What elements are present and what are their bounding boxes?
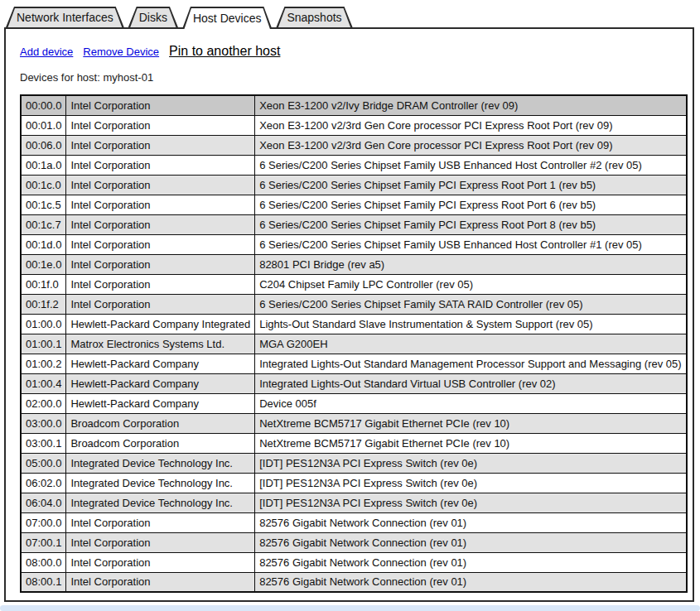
cell-vendor: Integrated Device Technology Inc. (66, 453, 255, 473)
cell-description: 6 Series/C200 Series Chipset Family PCI … (255, 175, 687, 195)
cell-vendor: Intel Corporation (66, 95, 255, 115)
tab-label: Host Devices (193, 12, 261, 25)
cell-address: 07:00.1 (21, 532, 66, 552)
cell-vendor: Hewlett-Packard Company Integrated (66, 314, 255, 334)
cell-vendor: Matrox Electronics Systems Ltd. (66, 334, 255, 354)
cell-description: Integrated Lights-Out Standard Managemen… (255, 354, 687, 373)
cell-address: 01:00.4 (21, 373, 66, 393)
table-row[interactable]: 06:04.0Integrated Device Technology Inc.… (21, 493, 687, 512)
cell-description: 82576 Gigabit Network Connection (rev 01… (255, 532, 687, 552)
cell-description: 82801 PCI Bridge (rev a5) (255, 254, 687, 274)
cell-address: 05:00.0 (21, 453, 66, 473)
cell-description: 6 Series/C200 Series Chipset Family USB … (255, 155, 687, 175)
cell-description: Xeon E3-1200 v2/3rd Gen Core processor P… (255, 135, 687, 155)
cell-address: 00:1d.0 (21, 234, 66, 254)
cell-address: 07:00.0 (21, 512, 66, 532)
table-row[interactable]: 07:00.0Intel Corporation82576 Gigabit Ne… (21, 512, 687, 532)
horizontal-scrollbar[interactable] (0, 605, 700, 611)
table-row[interactable]: 06:02.0Integrated Device Technology Inc.… (21, 473, 687, 493)
cell-address: 06:02.0 (21, 473, 66, 493)
cell-description: C204 Chipset Family LPC Controller (rev … (255, 274, 687, 294)
cell-description: NetXtreme BCM5717 Gigabit Ethernet PCIe … (255, 433, 687, 453)
table-row[interactable]: 03:00.1Broadcom CorporationNetXtreme BCM… (21, 433, 687, 453)
cell-address: 02:00.0 (21, 393, 66, 413)
table-row[interactable]: 00:1c.0Intel Corporation6 Series/C200 Se… (21, 175, 687, 195)
table-row[interactable]: 03:00.0Broadcom CorporationNetXtreme BCM… (21, 413, 687, 433)
table-row[interactable]: 00:06.0Intel CorporationXeon E3-1200 v2/… (21, 135, 687, 155)
cell-address: 00:1c.5 (21, 195, 66, 214)
tab-host-devices[interactable]: Host Devices (182, 7, 272, 29)
cell-address: 00:1e.0 (21, 254, 66, 274)
cell-vendor: Intel Corporation (66, 572, 255, 592)
tab-disks[interactable]: Disks (128, 7, 178, 27)
table-row[interactable]: 01:00.2Hewlett-Packard CompanyIntegrated… (21, 354, 687, 373)
cell-address: 00:1f.2 (21, 294, 66, 314)
cell-description: Xeon E3-1200 v2/3rd Gen Core processor P… (255, 115, 687, 135)
cell-address: 08:00.1 (21, 572, 66, 592)
cell-description: 6 Series/C200 Series Chipset Family PCI … (255, 214, 687, 234)
table-row[interactable]: 00:00.0Intel CorporationXeon E3-1200 v2/… (21, 95, 687, 115)
cell-vendor: Intel Corporation (66, 532, 255, 552)
cell-vendor: Intel Corporation (66, 552, 255, 572)
table-row[interactable]: 00:1d.0Intel Corporation6 Series/C200 Se… (21, 234, 687, 254)
cell-vendor: Integrated Device Technology Inc. (66, 473, 255, 493)
table-row[interactable]: 01:00.4Hewlett-Packard CompanyIntegrated… (21, 373, 687, 393)
table-row[interactable]: 00:01.0Intel CorporationXeon E3-1200 v2/… (21, 115, 687, 135)
tab-label: Network Interfaces (17, 11, 113, 24)
cell-address: 01:00.1 (21, 334, 66, 354)
cell-vendor: Intel Corporation (66, 294, 255, 314)
add-device-link[interactable]: Add device (20, 46, 73, 58)
cell-description: 6 Series/C200 Series Chipset Family PCI … (255, 195, 687, 214)
cell-address: 03:00.1 (21, 433, 66, 453)
table-row[interactable]: 02:00.0Hewlett-Packard CompanyDevice 005… (21, 393, 687, 413)
cell-address: 00:1c.0 (21, 175, 66, 195)
cell-description: 6 Series/C200 Series Chipset Family USB … (255, 234, 687, 254)
host-devices-panel: Add device Remove Device Pin to another … (4, 27, 694, 602)
tab-label: Disks (139, 11, 167, 24)
cell-description: MGA G200EH (255, 334, 687, 354)
cell-description: NetXtreme BCM5717 Gigabit Ethernet PCIe … (255, 413, 687, 433)
cell-vendor: Broadcom Corporation (66, 413, 255, 433)
cell-vendor: Intel Corporation (66, 135, 255, 155)
cell-vendor: Hewlett-Packard Company (66, 354, 255, 373)
table-row[interactable]: 00:1f.2Intel Corporation6 Series/C200 Se… (21, 294, 687, 314)
table-row[interactable]: 05:00.0Integrated Device Technology Inc.… (21, 453, 687, 473)
table-row[interactable]: 07:00.1Intel Corporation82576 Gigabit Ne… (21, 532, 687, 552)
table-row[interactable]: 08:00.0Intel Corporation82576 Gigabit Ne… (21, 552, 687, 572)
cell-description: Xeon E3-1200 v2/Ivy Bridge DRAM Controll… (255, 95, 687, 115)
cell-address: 01:00.2 (21, 354, 66, 373)
cell-description: 82576 Gigabit Network Connection (rev 01… (255, 512, 687, 532)
table-row[interactable]: 08:00.1Intel Corporation82576 Gigabit Ne… (21, 572, 687, 592)
cell-description: Device 005f (255, 393, 687, 413)
cell-vendor: Intel Corporation (66, 214, 255, 234)
cell-address: 01:00.0 (21, 314, 66, 334)
table-row[interactable]: 00:1f.0Intel CorporationC204 Chipset Fam… (21, 274, 687, 294)
cell-description: [IDT] PES12N3A PCI Express Switch (rev 0… (255, 473, 687, 493)
cell-description: 82576 Gigabit Network Connection (rev 01… (255, 572, 687, 592)
table-row[interactable]: 00:1a.0Intel Corporation6 Series/C200 Se… (21, 155, 687, 175)
table-row[interactable]: 01:00.1Matrox Electronics Systems Ltd.MG… (21, 334, 687, 354)
cell-description: [IDT] PES12N3A PCI Express Switch (rev 0… (255, 493, 687, 512)
cell-description: Lights-Out Standard Slave Instrumentatio… (255, 314, 687, 334)
cell-description: 6 Series/C200 Series Chipset Family SATA… (255, 294, 687, 314)
devices-for-host-label: Devices for host: myhost-01 (20, 71, 693, 84)
cell-vendor: Integrated Device Technology Inc. (66, 493, 255, 512)
remove-device-link[interactable]: Remove Device (83, 46, 159, 58)
table-row[interactable]: 00:1e.0Intel Corporation82801 PCI Bridge… (21, 254, 687, 274)
cell-description: 82576 Gigabit Network Connection (rev 01… (255, 552, 687, 572)
cell-vendor: Intel Corporation (66, 274, 255, 294)
tab-network-interfaces[interactable]: Network Interfaces (6, 7, 124, 27)
tab-snapshots[interactable]: Snapshots (276, 7, 352, 27)
cell-description: [IDT] PES12N3A PCI Express Switch (rev 0… (255, 453, 687, 473)
table-row[interactable]: 00:1c.7Intel Corporation6 Series/C200 Se… (21, 214, 687, 234)
pin-to-another-host-link[interactable]: Pin to another host (169, 44, 280, 59)
table-row[interactable]: 01:00.0Hewlett-Packard Company Integrate… (21, 314, 687, 334)
cell-address: 00:01.0 (21, 115, 66, 135)
cell-address: 06:04.0 (21, 493, 66, 512)
table-row[interactable]: 00:1c.5Intel Corporation6 Series/C200 Se… (21, 195, 687, 214)
cell-address: 00:00.0 (21, 95, 66, 115)
device-actions-toolbar: Add device Remove Device Pin to another … (20, 44, 693, 59)
cell-vendor: Intel Corporation (66, 155, 255, 175)
device-table: 00:00.0Intel CorporationXeon E3-1200 v2/… (20, 94, 688, 593)
cell-vendor: Hewlett-Packard Company (66, 393, 255, 413)
